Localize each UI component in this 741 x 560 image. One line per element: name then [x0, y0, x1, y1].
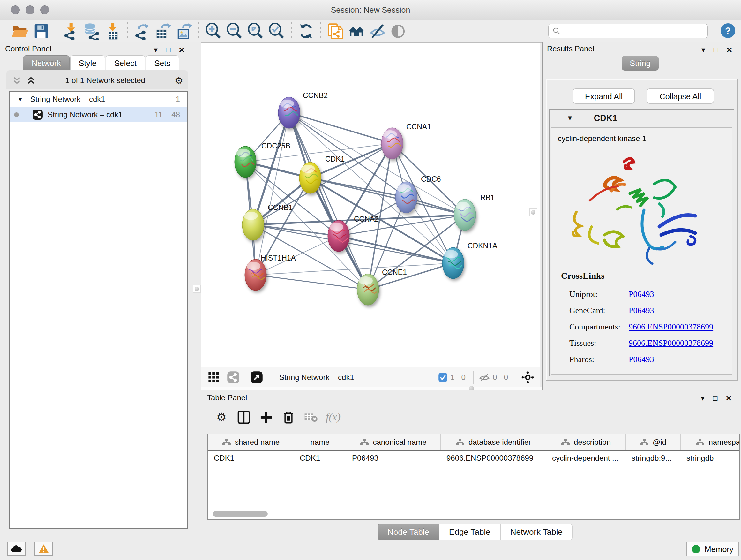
tab-string[interactable]: String — [622, 56, 659, 71]
network-row-selected[interactable]: String Network – cdk1 11 48 — [10, 107, 187, 122]
minimize-window-button[interactable] — [25, 5, 35, 14]
table-row[interactable]: CDK1CDK1P064939606.ENSP00000378699cyclin… — [208, 451, 739, 465]
select-columns-icon[interactable] — [232, 408, 255, 427]
warning-status-button[interactable] — [35, 542, 53, 556]
table-cell[interactable]: CDK1 — [208, 454, 294, 462]
network-edge-CCNB2-CCNA1[interactable] — [289, 113, 392, 143]
close-window-button[interactable] — [11, 5, 20, 14]
table-cell[interactable]: stringdb:9... — [626, 454, 681, 462]
cloud-status-button[interactable] — [7, 542, 25, 556]
birds-eye-view-icon[interactable] — [521, 371, 535, 384]
network-node-RB1[interactable] — [454, 199, 476, 231]
import-network-file-icon[interactable] — [60, 21, 81, 41]
control-panel-close-icon[interactable]: × — [179, 45, 185, 55]
add-column-icon[interactable] — [255, 408, 277, 427]
zoom-window-button[interactable] — [40, 5, 49, 14]
open-session-icon[interactable] — [10, 21, 30, 41]
network-node-CDKN1A[interactable] — [442, 247, 464, 279]
table-cell[interactable]: stringdb — [681, 454, 740, 462]
hidden-eye-icon[interactable] — [479, 373, 490, 382]
network-options-gear-icon[interactable]: ⚙ — [175, 75, 183, 86]
column-header-namespace[interactable]: namespace — [681, 434, 740, 450]
grid-view-icon[interactable] — [208, 371, 220, 383]
collapse-all-button[interactable]: Collapse All — [647, 88, 714, 104]
zoom-selected-icon[interactable] — [266, 21, 287, 41]
crosslink-link[interactable]: 9606.ENSP00000378699 — [629, 338, 713, 348]
save-session-icon[interactable] — [30, 21, 52, 41]
import-table-icon[interactable] — [102, 21, 123, 41]
zoom-fit-icon[interactable] — [245, 21, 266, 41]
export-network-icon[interactable] — [131, 21, 152, 41]
results-panel-menu-icon[interactable]: ▾ — [701, 46, 705, 54]
cdk1-expander-icon[interactable]: ▼ — [566, 114, 574, 122]
network-collection-row[interactable]: ▼ String Network – cdk1 1 — [10, 91, 187, 107]
network-edge-HIST1H1A-CCNE1[interactable] — [256, 275, 368, 290]
function-builder-icon[interactable]: f(x) — [322, 408, 344, 427]
cdk1-section-header[interactable]: ▼ CDK1 — [550, 110, 734, 127]
column-header-canonical-name[interactable]: canonical name — [346, 434, 441, 450]
table-horizontal-scrollbar[interactable] — [213, 511, 268, 516]
network-node-CDK1[interactable] — [299, 162, 321, 193]
results-panel-close-icon[interactable]: × — [727, 45, 732, 55]
right-splitter-handle[interactable] — [529, 208, 537, 216]
control-panel-menu-icon[interactable]: ▾ — [154, 46, 158, 54]
column-header--id[interactable]: @id — [626, 434, 681, 450]
network-node-CCNB2[interactable] — [278, 97, 300, 128]
crosslink-link[interactable]: 9606.ENSP00000378699 — [629, 322, 713, 332]
results-panel-float-icon[interactable]: □ — [714, 46, 718, 54]
network-node-HIST1H1A[interactable] — [245, 259, 266, 291]
table-options-gear-icon[interactable]: ⚙ — [210, 408, 232, 427]
expand-all-networks-icon[interactable] — [26, 76, 36, 85]
network-node-CCNE1[interactable] — [357, 274, 379, 305]
crosslink-link[interactable]: P06493 — [629, 290, 654, 299]
column-header-shared-name[interactable]: shared name — [208, 434, 294, 450]
string-home-icon[interactable] — [346, 21, 367, 41]
zoom-in-icon[interactable] — [203, 21, 224, 41]
tab-node-table[interactable]: Node Table — [378, 523, 439, 540]
tab-select[interactable]: Select — [106, 55, 145, 71]
table-panel-float-icon[interactable]: □ — [713, 394, 718, 402]
column-header-name[interactable]: name — [294, 434, 346, 450]
export-image-icon[interactable] — [174, 21, 195, 41]
tab-edge-table[interactable]: Edge Table — [439, 523, 500, 540]
table-cell[interactable]: P06493 — [346, 454, 441, 462]
network-canvas[interactable]: CCNB2CCNA1CDC25BCDK1CDC6RB1CCNB1CCNA2CDK… — [201, 43, 540, 368]
detach-view-icon[interactable] — [250, 371, 263, 384]
network-share-badge-icon[interactable] — [227, 371, 240, 384]
table-cell[interactable]: cyclin-dependent ... — [546, 454, 626, 462]
tab-network-table[interactable]: Network Table — [500, 523, 572, 540]
network-edge-CCNA2-CDKN1A[interactable] — [339, 236, 453, 263]
crosslink-link[interactable]: P06493 — [629, 306, 654, 315]
expand-all-button[interactable]: Expand All — [572, 88, 635, 104]
search-input[interactable] — [563, 26, 704, 36]
table-cell[interactable]: 9606.ENSP00000378699 — [441, 454, 546, 462]
tab-network[interactable]: Network — [23, 55, 70, 71]
column-header-description[interactable]: description — [546, 434, 626, 450]
network-edge-CDKN1A-CCNE1[interactable] — [368, 263, 453, 290]
delete-column-icon[interactable] — [277, 408, 300, 427]
network-node-CCNB1[interactable] — [242, 209, 264, 240]
network-edge-CCNB2-RB1[interactable] — [289, 113, 465, 215]
show-glass-ball-icon[interactable] — [367, 21, 388, 41]
help-icon[interactable]: ? — [721, 23, 735, 38]
network-node-CDC6[interactable] — [395, 182, 417, 213]
clear-table-icon[interactable] — [300, 408, 322, 427]
memory-button[interactable]: Memory — [686, 542, 739, 557]
collection-expander-icon[interactable]: ▼ — [17, 96, 23, 103]
refresh-icon[interactable] — [295, 21, 317, 41]
tab-style[interactable]: Style — [70, 55, 105, 71]
control-panel-float-icon[interactable]: □ — [166, 46, 171, 54]
crosslink-link[interactable]: P06493 — [629, 355, 654, 364]
export-table-icon[interactable] — [152, 21, 174, 41]
collapse-all-networks-icon[interactable] — [12, 76, 22, 85]
table-panel-menu-icon[interactable]: ▾ — [701, 394, 704, 402]
table-cell[interactable]: CDK1 — [294, 454, 346, 462]
selected-checkbox-icon[interactable] — [438, 373, 448, 382]
import-network-database-icon[interactable] — [81, 21, 102, 41]
tab-sets[interactable]: Sets — [146, 55, 179, 71]
left-splitter-handle[interactable] — [193, 285, 201, 293]
network-edge-CCNB2-CCNE1[interactable] — [289, 113, 368, 290]
column-header-database-identifier[interactable]: database identifier — [441, 434, 546, 450]
network-node-CCNA1[interactable] — [381, 128, 403, 159]
network-edge-CCNB2-HIST1H1A[interactable] — [256, 113, 289, 275]
